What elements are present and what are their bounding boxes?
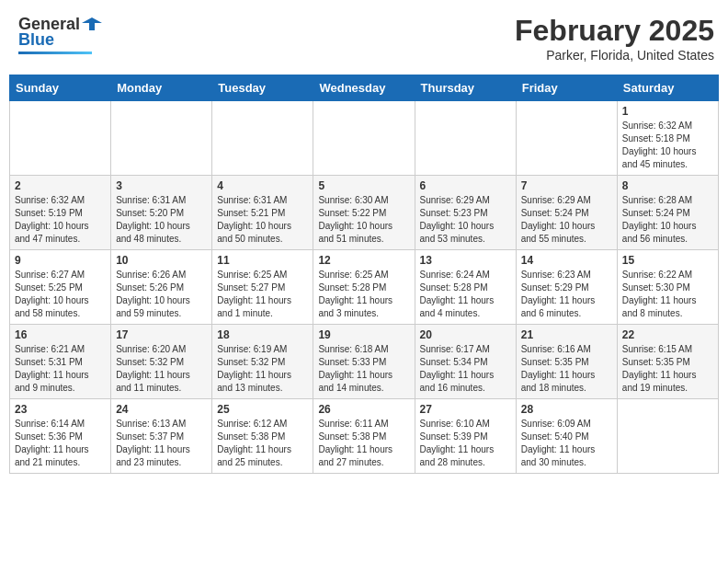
weekday-header-saturday: Saturday bbox=[617, 75, 718, 101]
day-info: Sunrise: 6:25 AM Sunset: 5:27 PM Dayligh… bbox=[217, 269, 308, 320]
day-number: 25 bbox=[217, 403, 308, 416]
weekday-header-thursday: Thursday bbox=[415, 75, 516, 101]
calendar-cell: 9Sunrise: 6:27 AM Sunset: 5:25 PM Daylig… bbox=[10, 250, 111, 325]
calendar-week-row: 23Sunrise: 6:14 AM Sunset: 5:36 PM Dayli… bbox=[10, 399, 719, 474]
calendar-cell: 22Sunrise: 6:15 AM Sunset: 5:35 PM Dayli… bbox=[617, 325, 718, 399]
calendar-cell: 1Sunrise: 6:32 AM Sunset: 5:18 PM Daylig… bbox=[617, 101, 718, 176]
day-info: Sunrise: 6:27 AM Sunset: 5:25 PM Dayligh… bbox=[15, 269, 106, 320]
calendar-cell bbox=[10, 101, 111, 176]
day-number: 6 bbox=[420, 179, 511, 192]
title-area: February 2025 Parker, Florida, United St… bbox=[515, 14, 714, 63]
day-info: Sunrise: 6:19 AM Sunset: 5:32 PM Dayligh… bbox=[217, 343, 308, 395]
calendar-cell: 4Sunrise: 6:31 AM Sunset: 5:21 PM Daylig… bbox=[212, 176, 313, 250]
calendar-cell: 12Sunrise: 6:25 AM Sunset: 5:28 PM Dayli… bbox=[313, 250, 415, 325]
day-info: Sunrise: 6:26 AM Sunset: 5:26 PM Dayligh… bbox=[116, 269, 207, 320]
day-number: 26 bbox=[318, 403, 409, 416]
day-info: Sunrise: 6:31 AM Sunset: 5:21 PM Dayligh… bbox=[217, 194, 308, 246]
calendar-cell: 3Sunrise: 6:31 AM Sunset: 5:20 PM Daylig… bbox=[111, 176, 212, 250]
calendar-cell: 17Sunrise: 6:20 AM Sunset: 5:32 PM Dayli… bbox=[111, 325, 212, 399]
calendar-cell bbox=[516, 101, 617, 176]
weekday-header-sunday: Sunday bbox=[10, 75, 111, 101]
day-number: 28 bbox=[521, 403, 612, 416]
calendar-cell: 6Sunrise: 6:29 AM Sunset: 5:23 PM Daylig… bbox=[415, 176, 516, 250]
day-number: 3 bbox=[116, 179, 207, 192]
day-number: 16 bbox=[15, 328, 106, 341]
day-number: 7 bbox=[521, 179, 612, 192]
day-number: 12 bbox=[318, 254, 409, 267]
weekday-header-tuesday: Tuesday bbox=[212, 75, 313, 101]
day-info: Sunrise: 6:25 AM Sunset: 5:28 PM Dayligh… bbox=[318, 269, 409, 320]
logo-underline bbox=[18, 52, 92, 54]
calendar-week-row: 9Sunrise: 6:27 AM Sunset: 5:25 PM Daylig… bbox=[10, 250, 719, 325]
day-info: Sunrise: 6:32 AM Sunset: 5:19 PM Dayligh… bbox=[15, 194, 106, 246]
day-number: 22 bbox=[622, 328, 713, 341]
day-info: Sunrise: 6:24 AM Sunset: 5:28 PM Dayligh… bbox=[420, 269, 511, 320]
day-info: Sunrise: 6:12 AM Sunset: 5:38 PM Dayligh… bbox=[217, 418, 308, 469]
day-number: 13 bbox=[420, 254, 511, 267]
calendar-cell: 13Sunrise: 6:24 AM Sunset: 5:28 PM Dayli… bbox=[415, 250, 516, 325]
calendar-cell: 16Sunrise: 6:21 AM Sunset: 5:31 PM Dayli… bbox=[10, 325, 111, 399]
day-info: Sunrise: 6:16 AM Sunset: 5:35 PM Dayligh… bbox=[521, 343, 612, 395]
day-info: Sunrise: 6:30 AM Sunset: 5:22 PM Dayligh… bbox=[318, 194, 409, 246]
weekday-header-friday: Friday bbox=[516, 75, 617, 101]
calendar-cell: 20Sunrise: 6:17 AM Sunset: 5:34 PM Dayli… bbox=[415, 325, 516, 399]
calendar-cell: 26Sunrise: 6:11 AM Sunset: 5:38 PM Dayli… bbox=[313, 399, 415, 474]
calendar-cell bbox=[617, 399, 718, 474]
calendar-cell: 11Sunrise: 6:25 AM Sunset: 5:27 PM Dayli… bbox=[212, 250, 313, 325]
day-info: Sunrise: 6:20 AM Sunset: 5:32 PM Dayligh… bbox=[116, 343, 207, 395]
day-number: 15 bbox=[622, 254, 713, 267]
calendar-week-row: 16Sunrise: 6:21 AM Sunset: 5:31 PM Dayli… bbox=[10, 325, 719, 399]
day-info: Sunrise: 6:10 AM Sunset: 5:39 PM Dayligh… bbox=[420, 418, 511, 469]
weekday-header-monday: Monday bbox=[111, 75, 212, 101]
day-number: 20 bbox=[420, 328, 511, 341]
day-info: Sunrise: 6:11 AM Sunset: 5:38 PM Dayligh… bbox=[318, 418, 409, 469]
calendar-cell: 15Sunrise: 6:22 AM Sunset: 5:30 PM Dayli… bbox=[617, 250, 718, 325]
day-info: Sunrise: 6:15 AM Sunset: 5:35 PM Dayligh… bbox=[622, 343, 713, 395]
day-info: Sunrise: 6:21 AM Sunset: 5:31 PM Dayligh… bbox=[15, 343, 106, 395]
calendar-cell: 23Sunrise: 6:14 AM Sunset: 5:36 PM Dayli… bbox=[10, 399, 111, 474]
logo-blue-text: Blue bbox=[18, 30, 54, 50]
calendar-cell: 27Sunrise: 6:10 AM Sunset: 5:39 PM Dayli… bbox=[415, 399, 516, 474]
month-title: February 2025 bbox=[515, 14, 714, 48]
day-info: Sunrise: 6:09 AM Sunset: 5:40 PM Dayligh… bbox=[521, 418, 612, 469]
day-number: 27 bbox=[420, 403, 511, 416]
calendar-cell bbox=[415, 101, 516, 176]
calendar-cell: 10Sunrise: 6:26 AM Sunset: 5:26 PM Dayli… bbox=[111, 250, 212, 325]
day-info: Sunrise: 6:29 AM Sunset: 5:23 PM Dayligh… bbox=[420, 194, 511, 246]
calendar-cell: 19Sunrise: 6:18 AM Sunset: 5:33 PM Dayli… bbox=[313, 325, 415, 399]
day-number: 1 bbox=[622, 105, 713, 118]
day-number: 17 bbox=[116, 328, 207, 341]
day-info: Sunrise: 6:14 AM Sunset: 5:36 PM Dayligh… bbox=[15, 418, 106, 469]
day-info: Sunrise: 6:23 AM Sunset: 5:29 PM Dayligh… bbox=[521, 269, 612, 320]
day-info: Sunrise: 6:31 AM Sunset: 5:20 PM Dayligh… bbox=[116, 194, 207, 246]
calendar-week-row: 1Sunrise: 6:32 AM Sunset: 5:18 PM Daylig… bbox=[10, 101, 719, 176]
calendar-cell: 8Sunrise: 6:28 AM Sunset: 5:24 PM Daylig… bbox=[617, 176, 718, 250]
day-number: 11 bbox=[217, 254, 308, 267]
calendar-cell: 25Sunrise: 6:12 AM Sunset: 5:38 PM Dayli… bbox=[212, 399, 313, 474]
day-number: 18 bbox=[217, 328, 308, 341]
calendar-table: SundayMondayTuesdayWednesdayThursdayFrid… bbox=[9, 75, 719, 474]
day-number: 5 bbox=[318, 179, 409, 192]
day-number: 23 bbox=[15, 403, 106, 416]
day-info: Sunrise: 6:13 AM Sunset: 5:37 PM Dayligh… bbox=[116, 418, 207, 469]
weekday-header-wednesday: Wednesday bbox=[313, 75, 415, 101]
calendar-cell bbox=[212, 101, 313, 176]
day-info: Sunrise: 6:28 AM Sunset: 5:24 PM Dayligh… bbox=[622, 194, 713, 246]
logo-bird-icon bbox=[82, 14, 102, 34]
day-number: 4 bbox=[217, 179, 308, 192]
calendar-cell: 14Sunrise: 6:23 AM Sunset: 5:29 PM Dayli… bbox=[516, 250, 617, 325]
day-number: 9 bbox=[15, 254, 106, 267]
calendar-cell: 18Sunrise: 6:19 AM Sunset: 5:32 PM Dayli… bbox=[212, 325, 313, 399]
calendar-week-row: 2Sunrise: 6:32 AM Sunset: 5:19 PM Daylig… bbox=[10, 176, 719, 250]
day-number: 19 bbox=[318, 328, 409, 341]
day-number: 2 bbox=[15, 179, 106, 192]
calendar-cell: 28Sunrise: 6:09 AM Sunset: 5:40 PM Dayli… bbox=[516, 399, 617, 474]
header: General Blue February 2025 Parker, Flori… bbox=[9, 9, 719, 67]
calendar-cell: 5Sunrise: 6:30 AM Sunset: 5:22 PM Daylig… bbox=[313, 176, 415, 250]
location-title: Parker, Florida, United States bbox=[515, 48, 714, 63]
calendar-cell: 2Sunrise: 6:32 AM Sunset: 5:19 PM Daylig… bbox=[10, 176, 111, 250]
calendar-cell: 24Sunrise: 6:13 AM Sunset: 5:37 PM Dayli… bbox=[111, 399, 212, 474]
calendar-cell bbox=[111, 101, 212, 176]
day-info: Sunrise: 6:17 AM Sunset: 5:34 PM Dayligh… bbox=[420, 343, 511, 395]
day-info: Sunrise: 6:22 AM Sunset: 5:30 PM Dayligh… bbox=[622, 269, 713, 320]
